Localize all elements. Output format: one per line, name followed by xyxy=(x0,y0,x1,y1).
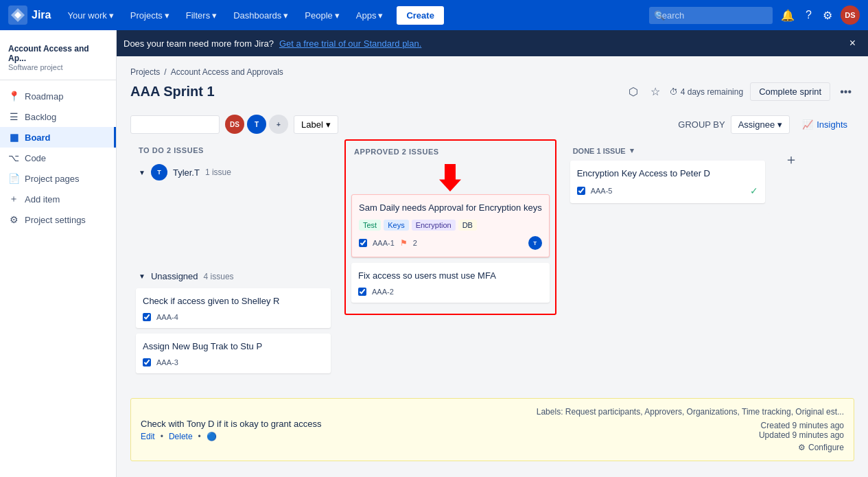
sidebar-project-type: Software project xyxy=(8,63,108,71)
sidebar-item-label-board: Board xyxy=(25,132,51,143)
unassigned-chevron-todo[interactable]: ▼ xyxy=(139,272,145,280)
approved-column: APPROVED 2 ISSUES Sam Daily needs Approv… xyxy=(344,139,556,315)
page-header: AAA Sprint 1 ⬡ ☆ ⏱ 4 days remaining Comp… xyxy=(117,80,868,109)
settings-button[interactable]: ⚙ xyxy=(820,6,835,25)
done-chevron-icon[interactable]: ▾ xyxy=(630,146,634,155)
nav-dashboards[interactable]: Dashboards ▾ xyxy=(228,8,294,23)
nav-apps[interactable]: Apps ▾ xyxy=(351,8,389,23)
tyler-group-chevron[interactable]: ▼ xyxy=(139,169,145,176)
bottom-panel: Check with Tony D if it is okay to grant… xyxy=(130,398,854,461)
done-check-icon: ✓ xyxy=(750,185,758,196)
tyler-group-label: Tyler.T xyxy=(173,167,200,178)
label-filter-button[interactable]: Label ▾ xyxy=(294,115,338,134)
unassigned-group-row-todo[interactable]: ▼ Unassigned 4 issues xyxy=(136,267,331,286)
search-icon: 🔍 xyxy=(654,10,665,21)
sidebar-item-label-add: Add item xyxy=(25,194,60,205)
delete-link[interactable]: Delete xyxy=(169,432,193,441)
todo-column: TO DO 2 ISSUES ▼ T Tyler.T 1 issue ▼ Una… xyxy=(130,139,336,384)
tag-keys: Keys xyxy=(384,220,408,231)
breadcrumb-projects[interactable]: Projects xyxy=(130,67,160,77)
banner-close-button[interactable]: × xyxy=(844,37,861,49)
card-aaa3-checkbox[interactable] xyxy=(143,358,151,367)
share-button[interactable]: ⬡ xyxy=(626,82,641,101)
card-aaa2[interactable]: Fix access so users must use MFA AAA-2 xyxy=(351,263,550,303)
sidebar-item-project-pages[interactable]: 📄 Project pages xyxy=(0,168,116,189)
labels-section: Labels: Request participants, Approvers,… xyxy=(537,407,844,417)
user-avatar[interactable]: DS xyxy=(841,5,860,25)
bottom-panel-right: Labels: Request participants, Approvers,… xyxy=(537,407,844,452)
approved-column-header: APPROVED 2 ISSUES xyxy=(346,141,555,161)
avatar-add[interactable]: + xyxy=(269,115,288,134)
sidebar-item-code[interactable]: ⌥ Code xyxy=(0,148,116,168)
insights-chart-icon: 📈 xyxy=(802,119,813,130)
create-button[interactable]: Create xyxy=(397,6,443,25)
avatar-t[interactable]: T xyxy=(247,115,266,134)
nav-your-work[interactable]: Your work ▾ xyxy=(62,8,119,23)
sidebar-item-label-roadmap: Roadmap xyxy=(25,91,63,102)
star-button[interactable]: ☆ xyxy=(648,82,663,101)
labels-values: Request participants, Approvers, Organiz… xyxy=(565,407,844,417)
banner-link[interactable]: Get a free trial of our Standard plan. xyxy=(279,38,421,49)
updated-time: Updated 9 minutes ago xyxy=(537,430,844,440)
nav-people[interactable]: People ▾ xyxy=(299,8,344,23)
sidebar-item-backlog[interactable]: ☰ Backlog xyxy=(0,106,116,127)
board-search-input[interactable] xyxy=(130,115,220,134)
logo-text: Jira xyxy=(32,9,51,21)
card-aaa3-title: Assign New Bug Trak to Stu P xyxy=(143,340,324,353)
configure-section: ⚙ Configure xyxy=(537,443,844,452)
configure-link[interactable]: Configure xyxy=(808,443,844,452)
card-aaa1-checkbox[interactable] xyxy=(359,239,367,247)
edit-link[interactable]: Edit xyxy=(141,432,155,441)
approved-column-body: Sam Daily needs Approval for Encryption … xyxy=(346,164,555,314)
timestamps: Created 9 minutes ago Updated 9 minutes … xyxy=(537,421,844,440)
add-icon: ＋ xyxy=(8,194,19,205)
card-aaa1[interactable]: Sam Daily needs Approval for Encryption … xyxy=(351,194,550,257)
approval-arrow xyxy=(351,164,550,191)
complete-sprint-button[interactable]: Complete sprint xyxy=(750,82,830,101)
card-aaa3-footer: AAA-3 xyxy=(143,358,324,367)
banner-text: Does your team need more from Jira? xyxy=(124,38,274,49)
sidebar: Account Access and Ap... Software projec… xyxy=(0,30,117,477)
breadcrumb-project[interactable]: Account Access and Approvals xyxy=(171,67,283,77)
tag-test: Test xyxy=(359,220,381,231)
card-aaa2-checkbox[interactable] xyxy=(358,288,366,296)
card-aaa5-checkbox[interactable] xyxy=(577,187,585,195)
card-aaa4-footer: AAA-4 xyxy=(143,313,324,321)
group-by-section: GROUP BY Assignee ▾ xyxy=(678,115,790,134)
done-column-body: Encryption Key Access to Peter D AAA-5 ✓ xyxy=(565,161,771,214)
tag-db: DB xyxy=(458,220,477,231)
todo-column-body: ▼ T Tyler.T 1 issue ▼ Unassigned 4 issue… xyxy=(130,160,336,384)
sidebar-item-settings[interactable]: ⚙ Project settings xyxy=(0,209,116,230)
sidebar-item-label-settings: Project settings xyxy=(25,215,86,225)
sidebar-item-roadmap[interactable]: 📍 Roadmap xyxy=(0,86,116,106)
tyler-group-row[interactable]: ▼ T Tyler.T 1 issue xyxy=(136,160,331,185)
card-aaa4[interactable]: Check if access given to Shelley R AAA-4 xyxy=(136,288,331,328)
help-button[interactable]: ? xyxy=(803,6,814,24)
bottom-panel-content: Check with Tony D if it is okay to grant… xyxy=(141,419,321,441)
search-input[interactable] xyxy=(649,7,773,24)
svg-marker-1 xyxy=(439,164,461,191)
done-column-title: DONE 1 ISSUE xyxy=(573,147,626,155)
sidebar-item-board[interactable]: ▦ Board xyxy=(0,127,116,148)
card-aaa1-footer: AAA-1 ⚑ 2 T xyxy=(359,236,542,250)
card-aaa4-id: AAA-4 xyxy=(156,313,178,321)
priority-flag-icon: ⚑ xyxy=(400,238,408,248)
more-options-button[interactable]: ••• xyxy=(837,83,854,101)
card-aaa1-priority: 2 xyxy=(413,239,417,247)
notifications-button[interactable]: 🔔 xyxy=(778,6,797,25)
board-search-wrap: 🔍 xyxy=(130,115,220,134)
avatar-ds[interactable]: DS xyxy=(225,115,244,134)
add-column-button[interactable]: ＋ xyxy=(779,145,804,174)
code-icon: ⌥ xyxy=(8,152,19,163)
card-aaa3[interactable]: Assign New Bug Trak to Stu P AAA-3 xyxy=(136,334,331,373)
insights-button[interactable]: 📈 Insights xyxy=(795,116,854,133)
card-aaa4-checkbox[interactable] xyxy=(143,313,151,321)
card-aaa5[interactable]: Encryption Key Access to Peter D AAA-5 ✓ xyxy=(570,161,765,203)
approved-column-title: APPROVED 2 ISSUES xyxy=(354,148,439,156)
assignee-dropdown[interactable]: Assignee ▾ xyxy=(731,115,790,134)
jira-logo[interactable]: Jira xyxy=(8,5,51,25)
sidebar-item-add[interactable]: ＋ Add item xyxy=(0,189,116,209)
nav-projects[interactable]: Projects ▾ xyxy=(125,8,175,23)
nav-filters[interactable]: Filters ▾ xyxy=(180,8,222,23)
time-remaining: ⏱ 4 days remaining xyxy=(670,87,743,97)
